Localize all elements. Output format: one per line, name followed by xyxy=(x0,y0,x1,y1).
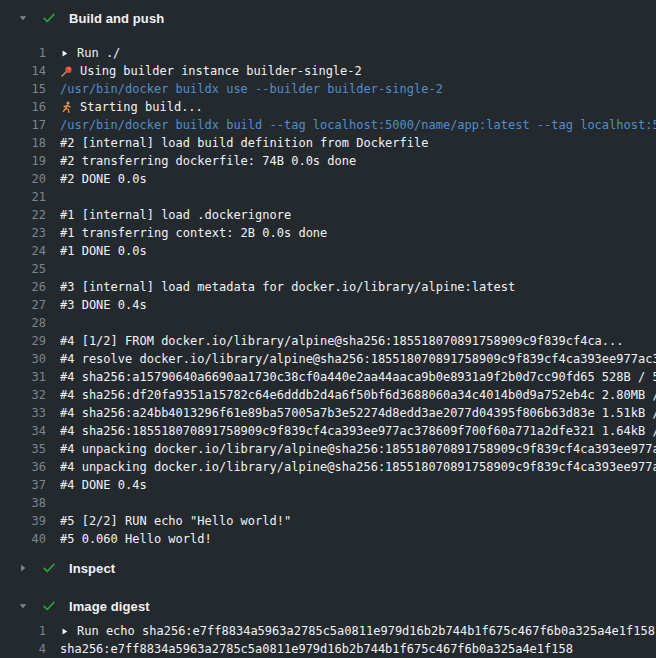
log-text: #5 0.060 Hello world! xyxy=(60,530,212,548)
group-toggle-icon[interactable] xyxy=(60,627,69,636)
line-number[interactable]: 38 xyxy=(0,494,46,512)
line-number[interactable]: 1 xyxy=(0,622,46,640)
log-text: #4 [1/2] FROM docker.io/library/alpine@s… xyxy=(60,332,624,350)
log-text: #3 [internal] load metadata for docker.i… xyxy=(60,278,515,296)
line-number[interactable]: 17 xyxy=(0,116,46,134)
log-line-content: Starting build... xyxy=(60,98,203,116)
line-number[interactable]: 32 xyxy=(0,386,46,404)
log-text: #4 unpacking docker.io/library/alpine@sh… xyxy=(60,458,656,476)
line-number[interactable]: 36 xyxy=(0,458,46,476)
line-number[interactable]: 21 xyxy=(0,188,46,206)
line-number[interactable]: 30 xyxy=(0,350,46,368)
log-text: Using builder instance builder-single-2 xyxy=(80,62,362,80)
log-line: 23#1 transferring context: 2B 0.0s done xyxy=(0,224,656,242)
section-title: Build and push xyxy=(69,11,164,26)
line-number[interactable]: 15 xyxy=(0,80,46,98)
log-line-content: #3 DONE 0.4s xyxy=(60,296,147,314)
runner-icon xyxy=(60,101,75,114)
log-line-content: #4 unpacking docker.io/library/alpine@sh… xyxy=(60,440,656,458)
log-text: #1 DONE 0.0s xyxy=(60,242,147,260)
log-line-content: #1 DONE 0.0s xyxy=(60,242,147,260)
line-number[interactable]: 25 xyxy=(0,260,46,278)
log-text: #4 sha256:a15790640a6690aa1730c38cf0a440… xyxy=(60,368,656,386)
check-success-icon xyxy=(42,561,56,575)
log-line-content: #4 sha256:a15790640a6690aa1730c38cf0a440… xyxy=(60,368,656,386)
log-line: 36#4 unpacking docker.io/library/alpine@… xyxy=(0,458,656,476)
line-number[interactable]: 18 xyxy=(0,134,46,152)
log-line: 38 xyxy=(0,494,656,512)
log-line-content: #4 sha256:df20fa9351a15782c64e6dddb2d4a6… xyxy=(60,386,656,404)
log-line-content: #4 resolve docker.io/library/alpine@sha2… xyxy=(60,350,656,368)
log-text: #1 [internal] load .dockerignore xyxy=(60,206,291,224)
log-line: 32#4 sha256:df20fa9351a15782c64e6dddb2d4… xyxy=(0,386,656,404)
log-line-content: #1 [internal] load .dockerignore xyxy=(60,206,291,224)
log-line: 29#4 [1/2] FROM docker.io/library/alpine… xyxy=(0,332,656,350)
log-line: 35#4 unpacking docker.io/library/alpine@… xyxy=(0,440,656,458)
log-line-content: Run echo sha256:e7ff8834a5963a2785c5a081… xyxy=(60,622,655,640)
log-text: #4 sha256:df20fa9351a15782c64e6dddb2d4a6… xyxy=(60,386,656,404)
line-number[interactable]: 28 xyxy=(0,314,46,332)
log-text: #4 DONE 0.4s xyxy=(60,476,147,494)
log-line: 1Run echo sha256:e7ff8834a5963a2785c5a08… xyxy=(0,622,656,640)
line-number[interactable]: 24 xyxy=(0,242,46,260)
line-number[interactable]: 20 xyxy=(0,170,46,188)
log-line-content: #5 0.060 Hello world! xyxy=(60,530,212,548)
log-line-content: sha256:e7ff8834a5963a2785c5a0811e979d16b… xyxy=(60,640,573,658)
log-text: /usr/bin/docker buildx use --builder bui… xyxy=(60,80,443,98)
log-line: 34#4 sha256:185518070891758909c9f839cf4c… xyxy=(0,422,656,440)
log-text: Starting build... xyxy=(80,98,203,116)
line-number[interactable]: 35 xyxy=(0,440,46,458)
log-line: 22#1 [internal] load .dockerignore xyxy=(0,206,656,224)
line-number[interactable]: 26 xyxy=(0,278,46,296)
log-line-content: Using builder instance builder-single-2 xyxy=(60,62,362,80)
line-number[interactable]: 34 xyxy=(0,422,46,440)
log-line-content: #2 DONE 0.0s xyxy=(60,170,147,188)
log-line-content: /usr/bin/docker buildx build --tag local… xyxy=(60,116,656,134)
line-number[interactable]: 14 xyxy=(0,62,46,80)
log-line-content: #3 [internal] load metadata for docker.i… xyxy=(60,278,515,296)
log-text: #2 DONE 0.0s xyxy=(60,170,147,188)
log-line: 21 xyxy=(0,188,656,206)
log-line: 20#2 DONE 0.0s xyxy=(0,170,656,188)
log-text: #4 resolve docker.io/library/alpine@sha2… xyxy=(60,350,656,368)
log-text: #4 sha256:a24bb4013296f61e89ba57005a7b3e… xyxy=(60,404,656,422)
log-line: 28 xyxy=(0,314,656,332)
section-header-build-and-push[interactable]: Build and push xyxy=(0,4,656,32)
log-line: 17/usr/bin/docker buildx build --tag loc… xyxy=(0,116,656,134)
log-line: 27#3 DONE 0.4s xyxy=(0,296,656,314)
line-number[interactable]: 19 xyxy=(0,152,46,170)
line-number[interactable]: 39 xyxy=(0,512,46,530)
section-build-and-push: Build and push1Run ./14Using builder ins… xyxy=(0,4,656,548)
log-line: 19#2 transferring dockerfile: 74B 0.0s d… xyxy=(0,152,656,170)
line-number[interactable]: 37 xyxy=(0,476,46,494)
section-log-image-digest: 1Run echo sha256:e7ff8834a5963a2785c5a08… xyxy=(0,622,656,658)
log-line: 15/usr/bin/docker buildx use --builder b… xyxy=(0,80,656,98)
log-line: 39#5 [2/2] RUN echo "Hello world!" xyxy=(0,512,656,530)
line-number[interactable]: 27 xyxy=(0,296,46,314)
log-line-content: #4 sha256:a24bb4013296f61e89ba57005a7b3e… xyxy=(60,404,656,422)
log-text: #2 [internal] load build definition from… xyxy=(60,134,428,152)
log-text: #5 [2/2] RUN echo "Hello world!" xyxy=(60,512,291,530)
line-number[interactable]: 22 xyxy=(0,206,46,224)
log-line-content: #4 sha256:185518070891758909c9f839cf4ca3… xyxy=(60,422,656,440)
line-number[interactable]: 29 xyxy=(0,332,46,350)
check-success-icon xyxy=(42,11,56,25)
line-number[interactable]: 31 xyxy=(0,368,46,386)
section-header-inspect[interactable]: Inspect xyxy=(0,554,656,582)
log-line: 31#4 sha256:a15790640a6690aa1730c38cf0a4… xyxy=(0,368,656,386)
line-number[interactable]: 40 xyxy=(0,530,46,548)
workflow-log-viewer: Build and push1Run ./14Using builder ins… xyxy=(0,0,656,658)
log-text: Run echo sha256:e7ff8834a5963a2785c5a081… xyxy=(77,622,655,640)
log-line: 16Starting build... xyxy=(0,98,656,116)
section-header-image-digest[interactable]: Image digest xyxy=(0,592,656,620)
chevron-down-icon xyxy=(17,12,29,24)
line-number[interactable]: 33 xyxy=(0,404,46,422)
line-number[interactable]: 16 xyxy=(0,98,46,116)
line-number[interactable]: 4 xyxy=(0,640,46,658)
log-text: #1 transferring context: 2B 0.0s done xyxy=(60,224,327,242)
line-number[interactable]: 23 xyxy=(0,224,46,242)
log-line: 25 xyxy=(0,260,656,278)
line-number[interactable]: 1 xyxy=(0,44,46,62)
log-line: 37#4 DONE 0.4s xyxy=(0,476,656,494)
group-toggle-icon[interactable] xyxy=(60,49,69,58)
